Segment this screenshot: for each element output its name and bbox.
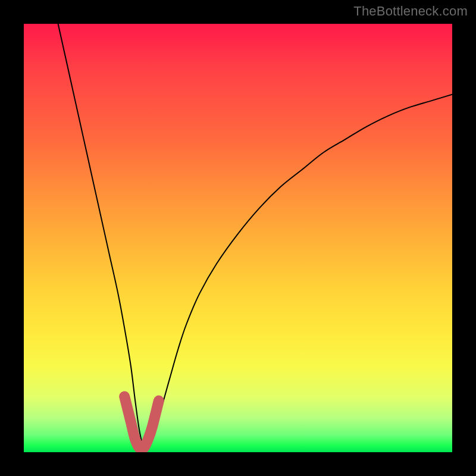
chart-frame: TheBottleneck.com (0, 0, 476, 476)
plot-area (24, 24, 452, 452)
curve-line (58, 24, 452, 450)
watermark-text: TheBottleneck.com (353, 4, 468, 19)
chart-svg (24, 24, 452, 452)
curve-accent (124, 396, 159, 449)
